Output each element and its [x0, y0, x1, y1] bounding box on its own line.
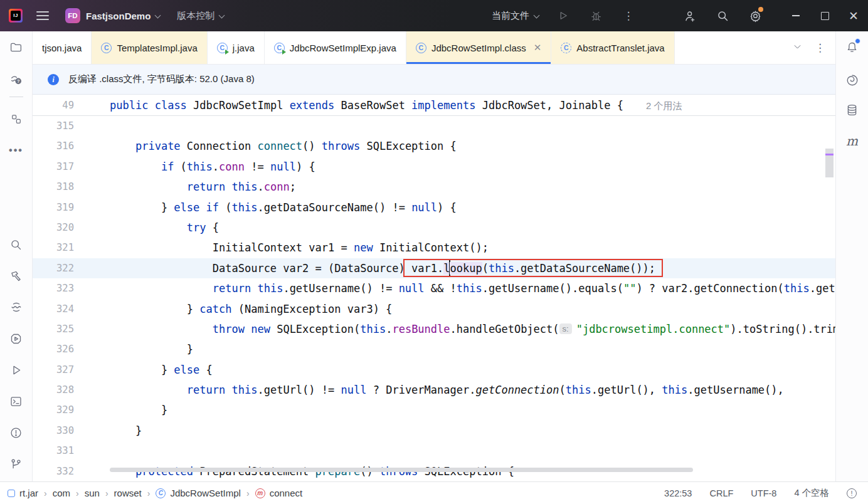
breadcrumb-item[interactable]: rowset: [114, 488, 142, 498]
code-token: [110, 384, 187, 396]
maven-icon[interactable]: m: [842, 130, 863, 152]
strip-divider: [9, 97, 23, 97]
notification-dot: [855, 38, 860, 44]
code-token: .getUsername().equals(: [482, 282, 623, 295]
breadcrumb-item[interactable]: mconnect: [255, 488, 303, 498]
vcs-chevron-down-icon[interactable]: [219, 12, 225, 18]
caret-position[interactable]: 322:53: [664, 488, 692, 498]
build-hammer-icon[interactable]: [6, 265, 27, 286]
code-line-current[interactable]: 322 DataSource var2 = (DataSource) var1.…: [33, 258, 835, 278]
more-horizontal-icon[interactable]: •••: [6, 140, 27, 161]
breadcrumb-item[interactable]: sun: [85, 488, 100, 498]
code-token: this: [457, 282, 482, 295]
notifications-bell-icon[interactable]: [842, 36, 863, 58]
editor-tab[interactable]: Cj.java: [208, 31, 265, 64]
problems-icon[interactable]: [6, 422, 27, 443]
editor-tab[interactable]: CJdbcRowSetImplExp.java: [265, 31, 406, 64]
close-icon[interactable]: ✕: [839, 0, 868, 31]
method-icon: m: [255, 488, 265, 498]
code-token: catch: [199, 303, 231, 315]
code-token: conn: [264, 181, 290, 193]
horizontal-scrollbar[interactable]: [110, 468, 693, 472]
search-everywhere-icon[interactable]: [714, 7, 731, 24]
editor-tab[interactable]: CJdbcRowSetImpl.class✕: [406, 31, 551, 64]
terminal-icon[interactable]: [6, 391, 27, 412]
add-user-icon[interactable]: [681, 7, 699, 24]
code-line[interactable]: 325 throw new SQLException(this.resBundl…: [33, 319, 835, 339]
line-number: 330: [33, 421, 88, 441]
title-bar: IJ FD FastjsonDemo 版本控制 当前文件 ⋮ ✕: [0, 0, 868, 31]
code-token: SQLException {: [360, 140, 457, 152]
code-line[interactable]: 330 }: [33, 421, 835, 441]
run-icon[interactable]: [6, 359, 27, 381]
structure-icon[interactable]: [6, 108, 27, 130]
find-icon[interactable]: [6, 234, 27, 255]
code-token: [110, 160, 161, 173]
maximize-icon[interactable]: [810, 0, 839, 31]
minimize-icon[interactable]: [781, 0, 810, 31]
database-icon[interactable]: [842, 99, 863, 120]
code-editor[interactable]: 49 public class JdbcRowSetImpl extends B…: [33, 95, 835, 481]
debug-bug-icon[interactable]: [587, 7, 605, 24]
hidden-tabs-chevron-icon[interactable]: [793, 42, 802, 54]
code-line[interactable]: 329 }: [33, 400, 835, 420]
readonly-exclamation-icon[interactable]: !: [847, 488, 857, 498]
editor-tab[interactable]: CAbstractTranslet.java: [551, 31, 674, 64]
banner-text: 反编译 .class文件, 字节码版本: 52.0 (Java 8): [68, 73, 255, 85]
red-annotation-box: var1.lookup(this.getDataSourceName());: [405, 262, 655, 275]
tab-close-icon[interactable]: ✕: [534, 42, 542, 53]
run-play-icon[interactable]: [554, 7, 572, 24]
project-folder-icon[interactable]: [6, 36, 27, 58]
code-token: connect: [257, 140, 302, 152]
code-line[interactable]: 315: [33, 116, 835, 136]
settings-gear-icon[interactable]: [746, 7, 764, 24]
vcs-menu[interactable]: 版本控制: [177, 10, 214, 22]
code-token: .getUsername(),: [810, 282, 835, 295]
breadcrumb-item[interactable]: CJdbcRowSetImpl: [156, 488, 241, 498]
indent-setting[interactable]: 4 个空格: [794, 487, 829, 499]
encoding[interactable]: UTF-8: [751, 488, 776, 498]
run-config-chevron-down-icon[interactable]: [534, 12, 539, 18]
learn-help-icon[interactable]: ?: [6, 70, 27, 91]
code-token: BaseRowSet: [334, 99, 411, 112]
breadcrumb-item[interactable]: rt.jar: [8, 488, 38, 498]
version-control-branch-icon[interactable]: [6, 453, 27, 475]
code-line[interactable]: 324 } catch (NamingException var3) {: [33, 299, 835, 319]
code-token: }: [110, 404, 167, 416]
sticky-class-header[interactable]: 49 public class JdbcRowSetImpl extends B…: [33, 95, 835, 116]
editor-tab[interactable]: CTemplatesImpl.java: [92, 31, 207, 64]
code-token: [199, 201, 206, 214]
endpoints-waves-icon[interactable]: [6, 297, 27, 318]
code-line[interactable]: 319 } else if (this.getDataSourceName() …: [33, 197, 835, 218]
breadcrumb-item[interactable]: com: [53, 488, 70, 498]
code-line[interactable]: 327 } else {: [33, 360, 835, 380]
code-line[interactable]: 323 return this.getUsername() != null &&…: [33, 278, 835, 298]
run-configuration[interactable]: 当前文件: [492, 10, 529, 22]
code-token: (: [559, 384, 566, 396]
editor-tab[interactable]: tjson.java: [33, 31, 92, 64]
code-line[interactable]: 318 return this.conn;: [33, 177, 835, 197]
code-token: try: [187, 221, 206, 234]
code-line[interactable]: 326 }: [33, 339, 835, 359]
code-line[interactable]: 321 InitialContext var1 = new InitialCon…: [33, 238, 835, 258]
ai-assistant-swirl-icon[interactable]: [842, 70, 863, 91]
caret-stripe-marker: [825, 154, 834, 155]
code-line[interactable]: 331: [33, 441, 835, 461]
line-ending[interactable]: CRLF: [709, 488, 733, 498]
main-menu-hamburger-icon[interactable]: [36, 11, 49, 20]
code-token: (: [482, 262, 489, 275]
code-token: {: [199, 364, 212, 376]
code-line[interactable]: 320 try {: [33, 218, 835, 238]
breadcrumb-separator: ›: [44, 488, 47, 498]
breadcrumb-separator: ›: [105, 488, 109, 498]
code-line[interactable]: 317 if (this.conn != null) {: [33, 157, 835, 177]
code-line[interactable]: 328 return this.getUrl() != null ? Drive…: [33, 380, 835, 400]
more-vertical-icon[interactable]: ⋮: [620, 7, 637, 24]
project-chevron-down-icon[interactable]: [155, 12, 161, 18]
vertical-scrollbar[interactable]: [825, 149, 834, 177]
project-name[interactable]: FastjsonDemo: [86, 11, 151, 21]
code-line[interactable]: 316 private Connection connect() throws …: [33, 136, 835, 156]
tab-options-more-icon[interactable]: ⋮: [815, 41, 825, 55]
services-icon[interactable]: [6, 328, 27, 349]
code-token: DataSource var2 = (DataSource): [110, 262, 405, 275]
